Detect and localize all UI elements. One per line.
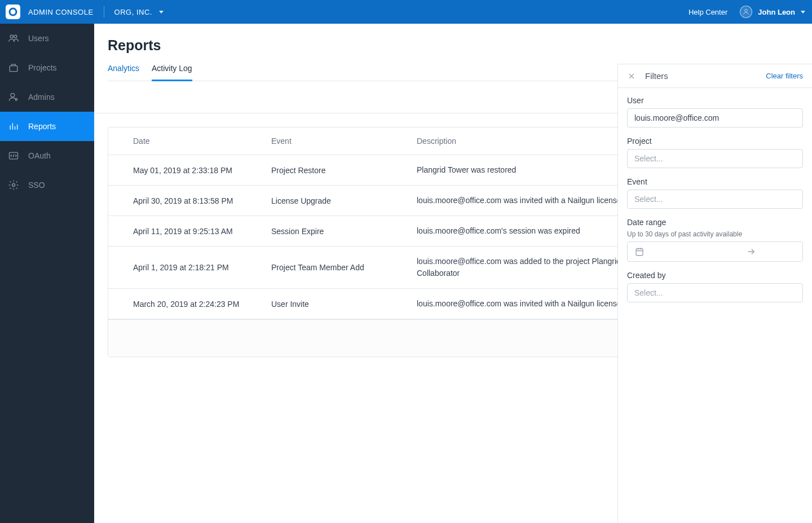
user-name: John Leon [758, 8, 795, 16]
user-menu[interactable]: John Leon [740, 6, 805, 18]
topbar-divider [104, 6, 104, 17]
filter-user-input[interactable] [627, 108, 803, 128]
header-event: Event [271, 137, 417, 146]
svg-point-0 [10, 8, 16, 15]
topbar: ADMIN CONSOLE ORG, INC. Help Center John… [0, 0, 812, 24]
help-center-link[interactable]: Help Center [689, 8, 727, 16]
sidebar-item-label: Projects [28, 63, 57, 72]
sidebar-item-admins[interactable]: Admins [0, 82, 94, 112]
filter-project-label: Project [627, 137, 803, 146]
svg-point-2 [10, 35, 13, 38]
oauth-icon [8, 150, 19, 161]
svg-point-8 [12, 184, 15, 187]
filter-user: User [627, 96, 803, 128]
arrow-right-icon [746, 247, 756, 257]
sidebar-item-users[interactable]: Users [0, 24, 94, 53]
cell-event: Project Restore [271, 166, 417, 175]
cell-date: March 20, 2019 at 2:24:23 PM [133, 300, 271, 309]
sidebar-item-label: SSO [28, 181, 45, 190]
avatar [740, 6, 752, 18]
filter-project: Project Select... [627, 137, 803, 168]
filter-created-by: Created by Select... [627, 271, 803, 302]
app-logo[interactable] [6, 5, 20, 19]
projects-icon [8, 62, 19, 73]
svg-rect-4 [10, 66, 17, 72]
cell-event: Project Team Member Add [271, 263, 417, 272]
admins-icon [8, 91, 19, 103]
close-icon [627, 72, 636, 81]
tab-analytics[interactable]: Analytics [108, 64, 139, 81]
app-title: ADMIN CONSOLE [28, 8, 94, 16]
org-name: ORG, INC. [114, 8, 152, 16]
filters-title: Filters [645, 71, 668, 81]
filter-event-label: Event [627, 177, 803, 186]
users-icon [8, 33, 19, 44]
sidebar-item-reports[interactable]: Reports [0, 112, 94, 141]
svg-point-3 [14, 35, 17, 38]
sidebar-item-projects[interactable]: Projects [0, 53, 94, 82]
calendar-icon [634, 247, 645, 257]
page-title: Reports [108, 37, 798, 54]
svg-rect-9 [636, 249, 643, 256]
cell-event: Session Expire [271, 227, 417, 236]
chevron-down-icon [159, 11, 164, 14]
cell-event: User Invite [271, 300, 417, 309]
cell-date: April 30, 2019 at 8:13:58 PM [133, 196, 271, 205]
tab-activity-log[interactable]: Activity Log [152, 64, 192, 81]
header-date: Date [133, 137, 271, 146]
filter-createdby-label: Created by [627, 271, 803, 280]
clear-filters-link[interactable]: Clear filters [766, 72, 803, 80]
filter-createdby-select[interactable]: Select... [627, 283, 803, 302]
cell-date: April 11, 2019 at 9:25:13 AM [133, 227, 271, 236]
filter-date-input[interactable] [627, 241, 803, 262]
filter-project-select[interactable]: Select... [627, 149, 803, 168]
main-content: Reports Analytics Activity Log Filters (… [94, 24, 812, 523]
sidebar-item-label: Reports [28, 122, 56, 131]
sso-icon [8, 179, 19, 191]
sidebar-item-label: Users [28, 34, 49, 43]
filters-panel: Filters Clear filters User Project Selec… [617, 64, 812, 523]
chevron-down-icon [801, 11, 805, 14]
svg-point-5 [11, 93, 15, 97]
svg-point-1 [745, 9, 748, 12]
sidebar: Users Projects Admins Reports OAuth SSO [0, 24, 94, 523]
filter-event: Event Select... [627, 177, 803, 209]
svg-point-6 [15, 99, 17, 100]
close-filters-button[interactable] [627, 72, 636, 81]
filter-date-range: Date range Up to 30 days of past activit… [627, 218, 803, 262]
reports-icon [8, 121, 19, 132]
cell-date: April 1, 2019 at 2:18:21 PM [133, 263, 271, 272]
sidebar-item-label: OAuth [28, 151, 51, 160]
filter-date-label: Date range [627, 218, 803, 227]
sidebar-item-label: Admins [28, 93, 55, 102]
filter-user-label: User [627, 96, 803, 105]
cell-date: May 01, 2019 at 2:33:18 PM [133, 166, 271, 175]
org-picker[interactable]: ORG, INC. [114, 8, 164, 16]
cell-event: License Upgrade [271, 196, 417, 205]
filter-event-select[interactable]: Select... [627, 190, 803, 209]
sidebar-item-oauth[interactable]: OAuth [0, 141, 94, 170]
sidebar-item-sso[interactable]: SSO [0, 170, 94, 200]
filter-date-hint: Up to 30 days of past activity available [627, 230, 803, 238]
